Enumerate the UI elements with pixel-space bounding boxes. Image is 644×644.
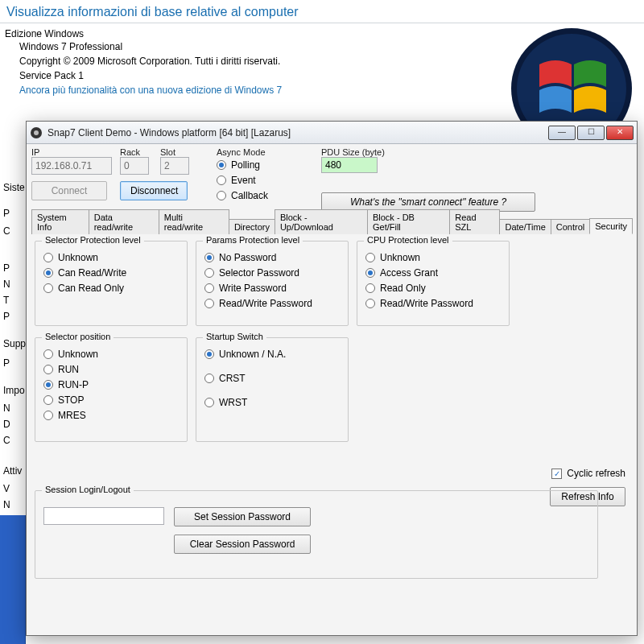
radio-option[interactable]: RUN-P [43,378,179,392]
side-label: Siste [0,180,28,195]
radio-label: Unknown [58,252,98,263]
group-legend: Selector position [42,332,114,341]
radio-icon [43,283,53,293]
side-label: P [0,261,13,275]
clear-session-password-button[interactable]: Clear Session Password [174,535,311,554]
cyclic-refresh-checkbox[interactable]: ✓ Cyclic refresh [551,466,625,481]
radio-option[interactable]: Unknown [43,347,179,361]
radio-icon [204,349,214,359]
side-label: N [0,277,14,291]
rack-field[interactable] [120,157,149,175]
radio-icon [204,299,214,308]
radio-option[interactable]: Read Only [365,281,501,295]
radio-icon [204,283,214,293]
close-button[interactable]: ✕ [606,126,634,140]
group-legend: Params Protection level [203,235,303,245]
session-password-field[interactable] [43,507,164,525]
radio-icon [217,160,226,170]
radio-option[interactable]: Unknown / N.A. [204,347,340,361]
radio-icon [365,268,375,278]
radio-option[interactable]: Write Password [204,281,340,295]
radio-option[interactable]: Unknown [365,250,501,265]
radio-label: STOP [58,394,84,406]
tab-read-szl[interactable]: Read SZL [449,209,500,234]
radio-option[interactable]: Can Read Only [43,281,179,295]
tab-control[interactable]: Control [551,219,590,234]
selector-position-group: Selector position UnknownRUNRUN-PSTOPMRE… [35,337,188,442]
radio-icon [204,398,214,407]
radio-option[interactable]: Access Grant [365,266,501,280]
side-label: N [0,497,14,512]
radio-icon [365,253,375,262]
radio-option[interactable]: Polling [217,158,297,172]
side-label: Impo [0,383,28,398]
radio-label: Write Password [219,283,287,294]
radio-label: Event [231,175,256,186]
radio-option[interactable]: Read/Write Password [365,296,501,311]
radio-label: RUN [58,364,79,375]
radio-option[interactable]: CRST [204,371,340,386]
radio-label: Access Grant [380,267,438,279]
radio-icon [204,253,214,262]
radio-icon [43,365,53,374]
radio-option[interactable]: Can Read/Write [43,266,179,280]
tab-security[interactable]: Security [589,218,633,234]
tab-multi-read-write[interactable]: Multi read/write [159,209,229,234]
group-legend: Selector Protection level [42,235,144,245]
radio-label: Can Read/Write [58,267,126,279]
radio-label: Selector Password [219,267,299,279]
ip-field[interactable] [31,157,112,175]
radio-label: Polling [231,159,260,171]
set-session-password-button[interactable]: Set Session Password [174,507,311,526]
params-protection-group: Params Protection level No PasswordSelec… [196,241,349,326]
pdu-field[interactable] [321,157,378,173]
slot-field[interactable] [160,157,189,175]
radio-option[interactable]: RUN [43,362,179,377]
side-label: V [0,481,13,496]
side-label: D [0,417,14,431]
radio-label: Read Only [380,283,426,294]
side-label: Supp [0,336,29,351]
tab-block-up-download[interactable]: Block - Up/Download [275,209,368,234]
radio-label: No Password [219,252,276,263]
startup-switch-group: Startup Switch Unknown / N.A.CRSTWRST [196,337,349,442]
radio-label: Unknown / N.A. [219,349,286,360]
tab-data-read-write[interactable]: Data read/write [89,209,159,234]
disconnect-button[interactable]: Disconnect [120,181,188,200]
maximize-button[interactable]: ☐ [577,126,605,140]
radio-option[interactable]: MRES [43,408,179,423]
radio-label: CRST [219,373,246,384]
group-legend: Startup Switch [203,332,266,341]
radio-icon [217,175,226,185]
radio-option[interactable]: No Password [204,250,340,265]
minimize-button[interactable]: — [548,126,576,140]
radio-label: RUN-P [58,379,89,390]
tab-date-time[interactable]: Date/Time [499,219,551,234]
radio-option[interactable]: Event [217,173,297,188]
tab-directory[interactable]: Directory [229,219,275,234]
radio-icon [43,395,53,405]
radio-option[interactable]: Selector Password [204,266,340,280]
radio-option[interactable]: Read/Write Password [204,296,340,311]
radio-icon [217,191,226,200]
security-tab-content: Selector Protection level UnknownCan Rea… [31,234,632,585]
side-label: T [0,293,12,308]
radio-option[interactable]: STOP [43,393,179,407]
connect-button: Connect [31,181,107,200]
radio-icon [204,268,214,278]
radio-option[interactable]: WRST [204,395,340,410]
radio-label: Unknown [380,252,420,263]
side-label: C [0,433,14,448]
tab-block-db-get-fill[interactable]: Block - DB Get/Fill [367,209,450,234]
tab-system-info[interactable]: System Info [31,209,89,234]
radio-option[interactable]: Callback [217,188,297,203]
cyclic-refresh-label: Cyclic refresh [567,468,625,479]
radio-label: Callback [231,190,268,201]
checkbox-icon: ✓ [551,469,562,479]
app-icon [30,126,43,139]
group-legend: CPU Protection level [364,235,452,245]
radio-icon [365,283,375,293]
cpu-protection-group: CPU Protection level UnknownAccess Grant… [357,241,510,326]
radio-label: MRES [58,410,86,421]
radio-option[interactable]: Unknown [43,250,179,265]
